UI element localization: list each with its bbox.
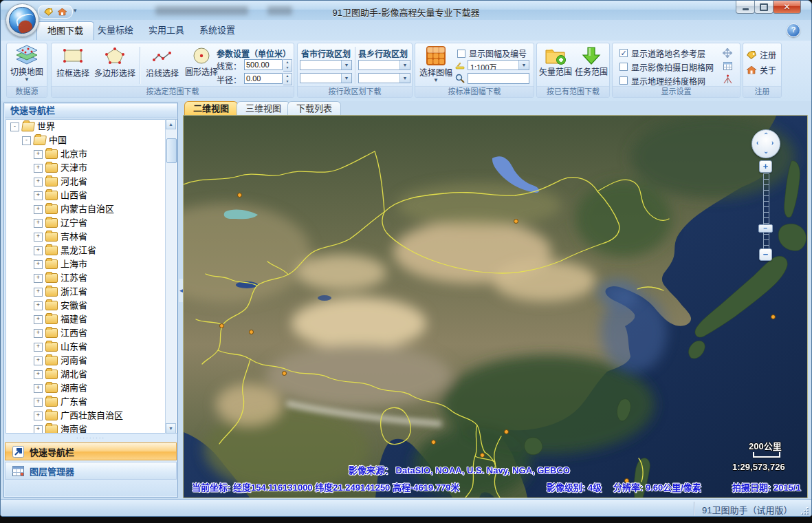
tab-utilities[interactable]: 实用工具: [138, 21, 195, 39]
panel-button-quick-nav[interactable]: 快速导航栏: [5, 442, 177, 460]
tree-item[interactable]: - 世界: [6, 120, 177, 134]
tree-item[interactable]: + 内蒙古自治区: [6, 202, 177, 216]
tree-expander[interactable]: +: [34, 274, 43, 283]
about-button[interactable]: 关于: [747, 64, 776, 76]
scroll-thumb[interactable]: [166, 138, 177, 163]
province-combo-1[interactable]: ▼: [300, 60, 352, 70]
circle-select-button[interactable]: 圆形选择: [182, 46, 221, 77]
resize-grip[interactable]: [802, 508, 809, 515]
tab-download-list[interactable]: 下载列表: [287, 101, 341, 116]
province-combo-2[interactable]: ▼: [300, 73, 352, 83]
register-button[interactable]: 注册: [747, 49, 776, 61]
tab-system-settings[interactable]: 系统设置: [189, 21, 245, 39]
tree-item[interactable]: + 天津市: [6, 161, 177, 175]
tree-item[interactable]: + 黑龙江省: [6, 244, 177, 257]
tree-expander[interactable]: +: [34, 205, 43, 214]
tree-expander[interactable]: +: [34, 412, 43, 420]
linewidth-spinner[interactable]: ▲▼: [283, 59, 292, 72]
tree-item[interactable]: - 中国: [6, 134, 177, 147]
tree-item[interactable]: + 山西省: [6, 189, 177, 202]
map-nav-control[interactable]: ⌃ ⌄ ‹ › + − −: [747, 129, 783, 267]
tree-item[interactable]: + 浙江省: [6, 285, 177, 299]
tree-expander[interactable]: +: [34, 398, 43, 407]
show-roads-check[interactable]: ✓ 显示道路地名参考层: [619, 47, 705, 58]
tree-expander[interactable]: +: [34, 233, 43, 242]
tree-expander[interactable]: +: [34, 164, 43, 173]
tree-expander[interactable]: +: [34, 343, 43, 352]
tree-item[interactable]: + 山东省: [6, 340, 177, 354]
minimize-button[interactable]: [736, 1, 755, 14]
pan-up-icon[interactable]: ⌃: [763, 131, 769, 139]
scroll-down-arrow[interactable]: ▼: [166, 423, 176, 434]
tree-item[interactable]: + 湖南省: [6, 381, 177, 395]
tree-expander[interactable]: -: [10, 122, 19, 131]
tree-item[interactable]: + 河南省: [6, 354, 177, 367]
restore-button[interactable]: [754, 1, 773, 14]
tree-expander[interactable]: +: [34, 178, 43, 186]
select-sheet-button[interactable]: 选择图幅 ▼: [419, 45, 453, 83]
rect-select-button[interactable]: 拉框选择: [54, 46, 91, 78]
region-tree[interactable]: - 世界 - 中国 + 北京市: [6, 119, 177, 434]
panel-button-layer-manager[interactable]: 图层管理器: [5, 462, 177, 480]
title-bar[interactable]: ▾ 91卫图助手-影像高程矢量专业下载器 ✕: [1, 1, 811, 21]
checkbox[interactable]: ✓: [619, 49, 628, 57]
help-button[interactable]: ?: [787, 23, 800, 37]
zoom-slider-track[interactable]: [763, 173, 769, 252]
tree-item[interactable]: + 湖北省: [6, 367, 177, 381]
tree-item[interactable]: + 江西省: [6, 326, 177, 340]
switch-map-button[interactable]: 切换地图 ▼: [7, 45, 47, 83]
linewidth-input[interactable]: [244, 59, 283, 70]
tree-item[interactable]: + 辽宁省: [6, 216, 177, 230]
task-range-button[interactable]: 任务范围: [574, 46, 608, 77]
tree-expander[interactable]: +: [34, 301, 43, 310]
checkbox[interactable]: [457, 50, 465, 58]
show-graticule-check[interactable]: 显示地理经纬度格网: [619, 75, 705, 86]
tab-2d-view[interactable]: 二维视图: [184, 101, 238, 116]
radius-input[interactable]: [244, 73, 283, 84]
tree-item[interactable]: + 安徽省: [6, 299, 177, 312]
zoom-out-button[interactable]: −: [759, 248, 772, 261]
tab-vector-plot[interactable]: 矢量标绘: [87, 21, 144, 39]
county-combo-2[interactable]: ▼: [358, 73, 410, 83]
zoom-in-button[interactable]: +: [759, 160, 772, 173]
pan-ring[interactable]: ⌃ ⌄ ‹ ›: [751, 129, 780, 158]
sheet-search-input[interactable]: [468, 73, 529, 84]
line-select-button[interactable]: 沿线选择: [143, 46, 182, 78]
pan-down-icon[interactable]: ⌄: [763, 147, 769, 155]
tree-expander[interactable]: +: [34, 260, 43, 269]
map-canvas[interactable]: ⌃ ⌄ ‹ › + − − 影像来源： DataSIO, NOAA, U.S. …: [183, 115, 808, 498]
tree-item[interactable]: + 北京市: [6, 147, 177, 161]
tree-item[interactable]: + 吉林省: [6, 230, 177, 244]
tree-expander[interactable]: +: [34, 219, 43, 228]
pan-left-icon[interactable]: ‹: [756, 139, 758, 147]
zoom-slider-handle[interactable]: −: [758, 224, 773, 233]
tree-expander[interactable]: +: [34, 246, 43, 255]
tree-expander[interactable]: +: [34, 384, 43, 393]
tree-item[interactable]: + 江苏省: [6, 271, 177, 285]
tree-expander[interactable]: +: [34, 315, 43, 324]
tree-item[interactable]: + 海南省: [6, 423, 177, 434]
checkbox[interactable]: [619, 63, 628, 71]
scroll-up-arrow[interactable]: ▲: [166, 119, 176, 129]
county-combo-1[interactable]: ▼: [358, 60, 410, 70]
search-icon[interactable]: [455, 74, 465, 83]
close-button[interactable]: ✕: [773, 1, 801, 14]
tree-expander[interactable]: +: [34, 370, 43, 379]
checkbox[interactable]: [619, 76, 628, 85]
tree-item[interactable]: + 上海市: [6, 257, 177, 271]
tree-expander[interactable]: +: [34, 191, 43, 200]
tree-item[interactable]: + 广东省: [6, 395, 177, 409]
pan-right-icon[interactable]: ›: [771, 139, 773, 147]
tab-map-download[interactable]: 地图下载: [36, 21, 94, 40]
panel-splitter[interactable]: ·········: [5, 436, 177, 442]
tree-expander[interactable]: -: [22, 136, 31, 145]
show-sheet-number-check[interactable]: 显示图幅及编号: [457, 47, 527, 59]
tree-item[interactable]: + 河北省: [6, 175, 177, 189]
tree-item[interactable]: + 广西壮族自治区: [6, 409, 177, 423]
radius-spinner[interactable]: ▲▼: [283, 73, 292, 85]
scale-combo[interactable]: 1:100万▼: [468, 60, 529, 70]
tree-expander[interactable]: +: [34, 356, 43, 365]
tree-expander[interactable]: +: [34, 329, 43, 338]
app-menu-button[interactable]: [6, 3, 39, 37]
show-image-date-grid-check[interactable]: 显示影像拍摄日期格网: [619, 61, 714, 72]
